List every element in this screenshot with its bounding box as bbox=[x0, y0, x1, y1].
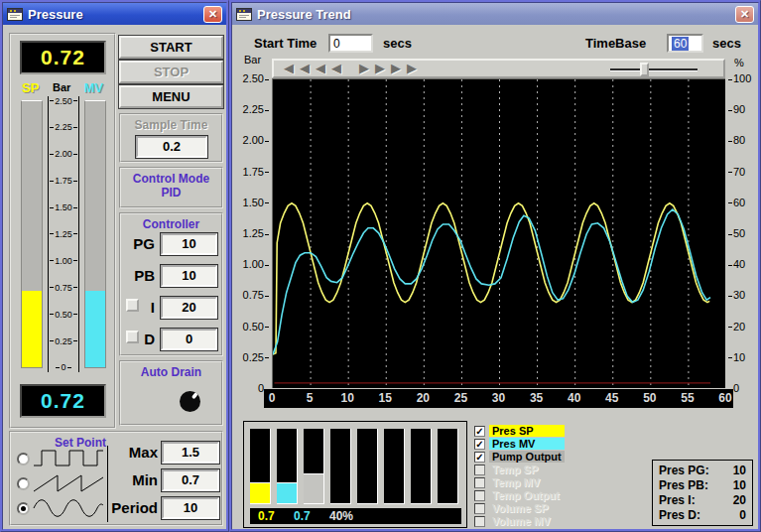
x-tick-label: 55 bbox=[681, 391, 694, 405]
pid-info-row: Pres I:20 bbox=[659, 493, 746, 508]
controller-group: Controller PG 10 PB 10 I 20 D 0 bbox=[119, 212, 223, 356]
scroll-right-arrow-icon[interactable]: ▶ bbox=[359, 61, 369, 75]
x-tick-label: 35 bbox=[530, 391, 543, 405]
legend-pump-output-item: ✓Pump Output bbox=[474, 451, 603, 463]
start-time-unit: secs bbox=[383, 36, 412, 51]
sp-value-display: 0.72 bbox=[20, 41, 106, 74]
pb-field[interactable]: 10 bbox=[161, 265, 217, 287]
pid-info-label: Pres I: bbox=[659, 493, 724, 508]
x-tick-label: 25 bbox=[454, 391, 467, 405]
waveform-radio-sawtooth[interactable] bbox=[17, 477, 30, 490]
sp-bar-fill bbox=[22, 291, 42, 367]
sample-time-group: Sample Time 0.2 bbox=[119, 113, 223, 163]
integral-label: I bbox=[143, 299, 155, 316]
y-left-tick-label: 1.75 bbox=[243, 166, 270, 178]
legend-volume-sp-checkbox[interactable] bbox=[474, 503, 485, 514]
legend-pres-mv-checkbox[interactable]: ✓ bbox=[474, 439, 485, 450]
derivative-field[interactable]: 0 bbox=[161, 329, 217, 350]
output-bar-gauge-panel: 0.70.740% bbox=[243, 421, 467, 528]
scroll-right-arrow-icon[interactable]: ▶ bbox=[391, 61, 401, 75]
y-right-tick-label: 50 bbox=[727, 227, 745, 239]
pid-info-value: 10 bbox=[724, 464, 746, 478]
y-left-tick-label: 1.25 bbox=[243, 227, 270, 239]
auto-drain-group: Auto Drain bbox=[119, 360, 223, 426]
trend-slider-thumb[interactable] bbox=[640, 63, 649, 76]
waveform-radio-sine[interactable] bbox=[17, 502, 30, 515]
scroll-left-arrow-icon[interactable]: ◀ bbox=[331, 61, 341, 75]
output-bar-fill bbox=[277, 482, 297, 503]
output-bar-fill bbox=[250, 482, 270, 503]
x-tick-label: 50 bbox=[643, 391, 656, 405]
legend-pres-mv-item: ✓Pres MV bbox=[474, 438, 603, 450]
pg-label: PG bbox=[129, 235, 155, 252]
chart-left-axis: 2.502.252.001.751.501.251.000.750.500.25… bbox=[236, 78, 270, 388]
y-right-tick-label: 10 bbox=[727, 351, 745, 363]
pressure-titlebar: Pressure ✕ bbox=[3, 3, 226, 25]
sine-wave-icon bbox=[32, 495, 105, 519]
start-button[interactable]: START bbox=[119, 36, 223, 59]
y-left-tick-label: 2.00 bbox=[243, 134, 270, 146]
auto-drain-knob[interactable] bbox=[179, 390, 201, 413]
pg-field[interactable]: 10 bbox=[161, 233, 217, 255]
legend-pump-output-checkbox[interactable]: ✓ bbox=[474, 452, 485, 463]
scroll-left-arrow-icon[interactable]: ◀ bbox=[300, 61, 310, 75]
output-bar-6 bbox=[384, 429, 405, 504]
integral-field[interactable]: 20 bbox=[161, 297, 217, 319]
trend-scroll-bar[interactable]: ◀◀◀◀▶▶▶▶ bbox=[272, 59, 725, 78]
min-field[interactable]: 0.7 bbox=[162, 469, 219, 491]
pid-info-box: Pres PG:10Pres PB:10Pres I:20Pres D:0 bbox=[652, 460, 753, 526]
gauge-scale-tick: 0.25 bbox=[49, 336, 78, 345]
y-right-tick-label: 30 bbox=[727, 289, 745, 301]
derivative-checkbox[interactable] bbox=[126, 331, 139, 343]
start-time-field[interactable]: 0 bbox=[328, 34, 373, 53]
gauge-readout-value: 40% bbox=[329, 509, 353, 523]
y-right-tick-label: 90 bbox=[727, 103, 745, 115]
gauge-readout-value: 0.7 bbox=[294, 509, 311, 523]
derivative-label: D bbox=[139, 331, 155, 347]
close-icon[interactable]: ✕ bbox=[735, 6, 754, 23]
gauge-scale-tick: 1.25 bbox=[49, 229, 78, 238]
pid-info-label: Pres PG: bbox=[659, 464, 724, 478]
timebase-field[interactable]: 60 bbox=[667, 34, 703, 53]
legend-volume-mv-checkbox[interactable] bbox=[474, 516, 485, 527]
pid-info-value: 10 bbox=[724, 478, 746, 493]
pressure-trend-window: Pressure Trend ✕ Start Time 0 secs TimeB… bbox=[229, 0, 761, 532]
y-right-tick-label: 40 bbox=[727, 258, 745, 270]
y-left-tick-label: 2.25 bbox=[243, 103, 270, 115]
y-left-tick-label: 0.25 bbox=[243, 351, 270, 363]
pid-info-label: Pres PB: bbox=[659, 478, 724, 493]
scroll-left-arrow-icon[interactable]: ◀ bbox=[284, 61, 294, 75]
max-field[interactable]: 1.5 bbox=[162, 442, 219, 464]
y-right-tick-label: 80 bbox=[727, 134, 745, 146]
trace-pres-sp bbox=[273, 203, 709, 354]
period-field[interactable]: 10 bbox=[162, 497, 219, 519]
pid-info-value: 20 bbox=[724, 493, 746, 508]
y-left-tick-label: 1.50 bbox=[243, 197, 270, 208]
period-label: Period bbox=[100, 499, 158, 516]
legend-temp-mv-checkbox[interactable] bbox=[474, 477, 485, 488]
legend-temp-output-checkbox[interactable] bbox=[474, 490, 485, 501]
mv-value-display: 0.72 bbox=[20, 384, 106, 418]
integral-checkbox[interactable] bbox=[126, 299, 139, 312]
scroll-right-arrow-icon[interactable]: ▶ bbox=[407, 61, 417, 75]
max-label: Max bbox=[108, 444, 158, 461]
trend-slider-track[interactable] bbox=[610, 68, 698, 71]
menu-button[interactable]: MENU bbox=[119, 85, 223, 108]
trend-titlebar: Pressure Trend ✕ bbox=[232, 3, 758, 25]
output-bar-2 bbox=[277, 429, 298, 504]
stop-button[interactable]: STOP bbox=[119, 61, 223, 83]
legend-pres-sp-checkbox[interactable]: ✓ bbox=[474, 426, 485, 437]
legend-temp-sp-checkbox[interactable] bbox=[474, 465, 485, 475]
min-label: Min bbox=[108, 471, 158, 488]
timebase-selected-text: 60 bbox=[672, 37, 689, 51]
scroll-right-arrow-icon[interactable]: ▶ bbox=[375, 61, 385, 75]
x-tick-label: 30 bbox=[492, 391, 505, 405]
scroll-left-arrow-icon[interactable]: ◀ bbox=[316, 61, 325, 75]
gauge-scale: 2.502.252.001.751.501.251.000.750.500.25… bbox=[48, 96, 79, 372]
legend-temp-mv-label: Temp MV bbox=[489, 476, 543, 488]
close-icon[interactable]: ✕ bbox=[203, 6, 222, 23]
sample-time-field[interactable]: 0.2 bbox=[136, 136, 207, 158]
legend-pres-mv-label: Pres MV bbox=[489, 438, 565, 450]
gauge-unit-label: Bar bbox=[53, 81, 70, 93]
waveform-radio-square[interactable] bbox=[17, 453, 30, 466]
